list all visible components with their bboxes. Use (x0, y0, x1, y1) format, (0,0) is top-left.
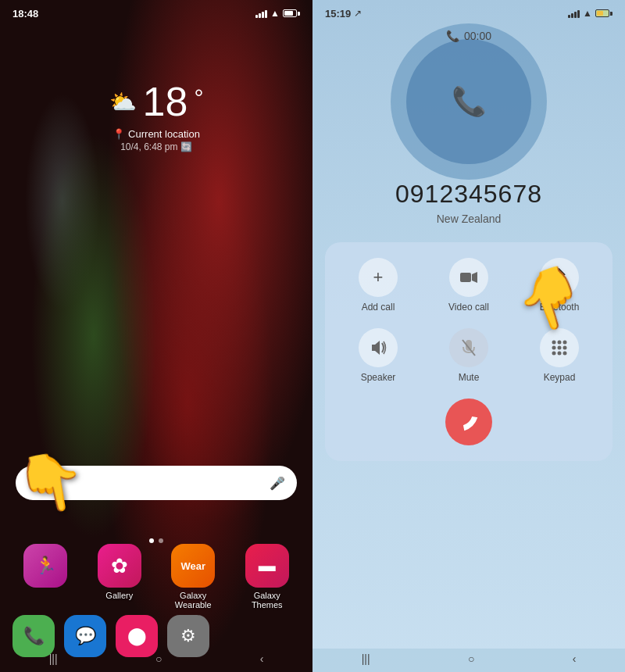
left-status-bar: 18:48 ▲ (0, 0, 312, 22)
left-status-icons: ▲ (255, 8, 300, 19)
call-avatar-inner: 📞 (406, 39, 531, 164)
svg-point-4 (552, 341, 556, 345)
right-status-icons: ▲ (568, 8, 612, 19)
arrow-icon: ↗ (354, 8, 362, 19)
svg-point-6 (563, 341, 567, 345)
call-avatar-circle: 📞 (391, 23, 547, 180)
weather-temperature: 18 (143, 78, 188, 125)
mute-icon (449, 328, 488, 367)
phone-call-icon: 📞 (452, 85, 487, 118)
samsung-health-icon: 🏃 (23, 544, 67, 588)
svg-point-5 (558, 341, 562, 345)
timer-display: 00:00 (464, 30, 491, 42)
svg-point-12 (563, 352, 567, 356)
right-status-bar: 15:19 ↗ ▲ (312, 0, 625, 22)
end-call-button[interactable] (445, 399, 492, 445)
right-phone: 15:19 ↗ ▲ 📞 📞 00:00 (312, 0, 625, 672)
nav-home-left[interactable]: ○ (155, 652, 162, 665)
right-battery-icon (595, 9, 612, 17)
left-phone: 18:48 ▲ ⛅ 18 ° (0, 0, 312, 672)
controls-row-2: Speaker Mute (333, 328, 605, 383)
call-number: 0912345678 (312, 180, 625, 209)
svg-point-11 (558, 352, 562, 356)
right-wifi-icon: ▲ (583, 8, 592, 19)
right-signal-icon (568, 9, 580, 18)
svg-point-8 (558, 346, 562, 350)
add-call-label: Add call (362, 302, 395, 313)
refresh-icon: 🔄 (180, 141, 192, 152)
add-call-icon: + (359, 258, 398, 297)
svg-point-9 (563, 346, 567, 350)
gallery-label: Gallery (105, 591, 133, 600)
add-call-button[interactable]: + Add call (351, 258, 405, 313)
mute-label: Mute (459, 372, 480, 383)
weather-icon: ⛅ (109, 89, 137, 115)
phone-small-icon: 📞 (446, 30, 459, 42)
wifi-icon: ▲ (270, 8, 280, 19)
speaker-label: Speaker (361, 372, 396, 383)
svg-rect-0 (460, 273, 471, 282)
left-nav-bar: ||| ○ ‹ (0, 649, 312, 672)
galaxy-wearable-icon: Wear (171, 544, 215, 588)
svg-point-7 (552, 346, 556, 350)
nav-recent-left[interactable]: ||| (49, 652, 58, 665)
app-samsung-health[interactable]: 🏃 (12, 544, 79, 609)
left-time: 18:48 (12, 8, 38, 20)
weather-widget: ⛅ 18 ° 📍 Current location 10/4, 6:48 pm … (0, 78, 312, 152)
galaxy-wearable-label: GalaxyWearable (175, 591, 212, 609)
weather-location: 📍 Current location (112, 128, 200, 140)
video-call-icon (449, 258, 488, 297)
signal-icon (255, 9, 267, 18)
svg-marker-1 (472, 272, 477, 283)
galaxy-themes-icon: ▬ (245, 544, 289, 588)
call-location: New Zealand (312, 213, 625, 225)
battery-icon (283, 9, 300, 17)
mute-button[interactable]: Mute (441, 328, 496, 383)
app-gallery[interactable]: ✿ Gallery (87, 544, 153, 609)
microphone-icon[interactable]: 🎤 (269, 474, 286, 491)
gallery-icon: ✿ (98, 544, 141, 588)
page-dots (0, 538, 312, 543)
nav-recent-right[interactable]: ||| (362, 652, 370, 665)
call-timer: 📞 00:00 (312, 30, 625, 42)
nav-back-right[interactable]: ‹ (573, 652, 577, 665)
speaker-button[interactable]: Speaker (351, 328, 405, 383)
right-time: 15:19 (325, 8, 351, 20)
cursor-hand-left: 👇 (10, 444, 91, 521)
keypad-label: Keypad (544, 372, 576, 383)
app-galaxy-themes[interactable]: ▬ GalaxyThemes (234, 544, 301, 609)
nav-home-right[interactable]: ○ (468, 652, 474, 665)
app-galaxy-wearable[interactable]: Wear GalaxyWearable (160, 544, 227, 609)
right-nav-bar: ||| ○ ‹ (312, 649, 625, 672)
location-pin-icon: 📍 (112, 128, 125, 140)
app-grid: 🏃 ✿ Gallery Wear GalaxyWearable ▬ Galaxy… (0, 544, 312, 609)
weather-degree: ° (194, 84, 203, 111)
galaxy-themes-label: GalaxyThemes (252, 591, 283, 609)
video-call-button[interactable]: Video call (441, 258, 496, 313)
weather-date: 10/4, 6:48 pm 🔄 (120, 141, 192, 152)
svg-point-10 (552, 352, 556, 356)
dot-1 (149, 538, 154, 543)
dot-2 (159, 538, 163, 543)
video-call-label: Video call (448, 302, 489, 313)
nav-back-left[interactable]: ‹ (260, 652, 264, 665)
speaker-icon (359, 328, 398, 367)
